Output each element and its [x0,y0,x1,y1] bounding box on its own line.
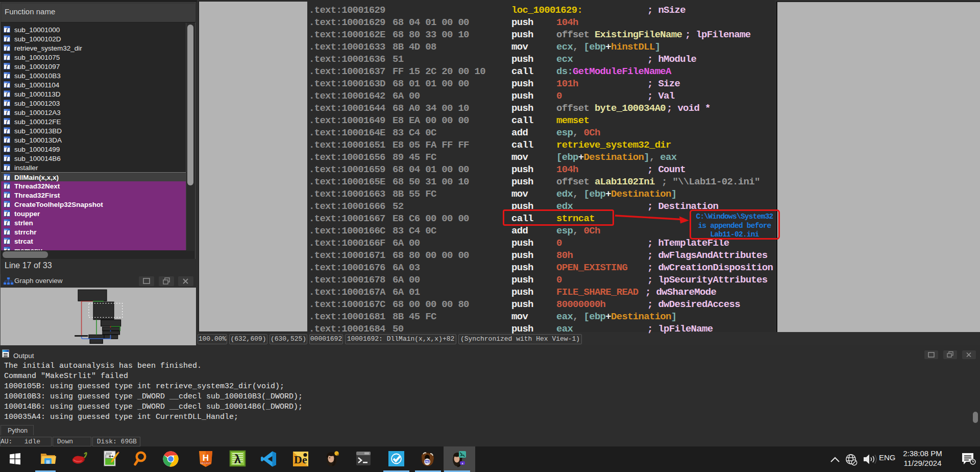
svg-text:λ: λ [234,452,241,466]
svg-text:++: ++ [109,454,114,459]
svg-text:PE: PE [425,460,429,463]
svg-text:HEX EDIT: HEX EDIT [201,462,211,464]
